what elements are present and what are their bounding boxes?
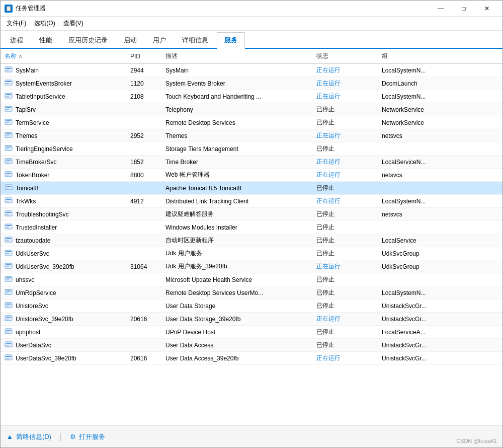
svg-rect-37: [6, 225, 11, 226]
service-icon: [5, 301, 13, 311]
svg-rect-4: [6, 81, 11, 82]
summary-button[interactable]: ▲ 简略信息(D): [7, 432, 51, 441]
row-desc: Storage Tiers Management: [165, 145, 316, 153]
row-group: NetworkService: [382, 119, 472, 126]
row-desc: Themes: [165, 132, 316, 139]
table-row[interactable]: UnistoreSvc_39e20fb 20616 User Data Stor…: [1, 313, 502, 326]
svg-rect-59: [6, 319, 9, 320]
tab-process[interactable]: 进程: [3, 32, 31, 48]
col-name[interactable]: 名称 ∧: [5, 52, 130, 60]
row-name: TieringEngineService: [5, 144, 130, 154]
table-row[interactable]: tzautoupdate 自动时区更新程序 已停止 LocalService: [1, 234, 502, 247]
svg-rect-1: [6, 68, 11, 69]
table-row[interactable]: UdkUserSvc Udk 用户服务 已停止 UdkSvcGroup: [1, 247, 502, 260]
maximize-button[interactable]: □: [452, 1, 475, 17]
row-desc: Distributed Link Tracking Client: [165, 198, 316, 205]
menu-file[interactable]: 文件(F): [3, 18, 30, 29]
row-status: 已停止: [316, 184, 382, 192]
row-status: 正在运行: [316, 158, 382, 166]
row-group: LocalSystemN...: [382, 93, 472, 100]
row-status: 已停止: [316, 144, 382, 153]
menu-view[interactable]: 查看(V): [59, 18, 88, 29]
svg-rect-7: [6, 94, 11, 95]
table-row[interactable]: TimeBrokerSvc 1852 Time Broker 正在运行 Loca…: [1, 156, 502, 169]
svg-rect-46: [6, 264, 11, 265]
service-icon: [5, 288, 13, 297]
table-row[interactable]: upnphost UPnP Device Host 已停止 LocalServi…: [1, 326, 502, 339]
col-status[interactable]: 状态: [316, 52, 382, 60]
svg-rect-51: [5, 289, 12, 294]
row-group: LocalServiceN...: [382, 159, 472, 166]
table-body[interactable]: SysMain 2944 SysMain 正在运行 LocalSystemN..…: [1, 64, 502, 425]
svg-rect-20: [6, 148, 9, 150]
row-group: LocalService: [382, 237, 472, 244]
close-button[interactable]: ✕: [475, 1, 498, 17]
table-row[interactable]: SysMain 2944 SysMain 正在运行 LocalSystemN..…: [1, 64, 502, 77]
service-icon: [5, 170, 13, 180]
table-row[interactable]: TermService Remote Desktop Services 已停止 …: [1, 116, 502, 129]
table-row[interactable]: Tomcat8 Apache Tomcat 8.5 Tomcat8 已停止: [1, 182, 502, 195]
svg-rect-28: [6, 186, 11, 187]
service-icon: [5, 196, 13, 206]
table-row[interactable]: SystemEventsBroker 1120 System Events Br…: [1, 77, 502, 90]
svg-rect-3: [5, 80, 12, 85]
row-name: UserDataSvc_39e20fb: [5, 353, 130, 363]
table-row[interactable]: TabletInputService 2108 Touch Keyboard a…: [1, 90, 502, 103]
row-status: 已停止: [316, 105, 382, 114]
col-group[interactable]: 组: [382, 52, 472, 60]
table-row[interactable]: TroubleshootingSvc 建议疑难解答服务 已停止 netsvcs: [1, 208, 502, 221]
table-row[interactable]: TieringEngineService Storage Tiers Manag…: [1, 142, 502, 156]
table-row[interactable]: uhssvc Microsoft Update Health Service 已…: [1, 273, 502, 286]
row-pid: 20616: [130, 355, 165, 362]
tab-performance[interactable]: 性能: [32, 32, 60, 48]
svg-rect-34: [6, 212, 11, 213]
tab-startup[interactable]: 启动: [116, 32, 144, 48]
table-row[interactable]: UnistoreSvc User Data Storage 已停止 Unista…: [1, 300, 502, 313]
svg-rect-53: [6, 292, 9, 293]
open-services-button[interactable]: ⚙ 打开服务: [70, 432, 105, 441]
col-desc[interactable]: 描述: [165, 52, 316, 60]
svg-rect-42: [5, 250, 12, 255]
tab-app-history[interactable]: 应用历史记录: [61, 32, 115, 48]
row-name: UmRdpService: [5, 288, 130, 297]
table-row[interactable]: TrkWks 4912 Distributed Link Tracking Cl…: [1, 195, 502, 208]
tab-services[interactable]: 服务: [217, 32, 245, 49]
tab-details[interactable]: 详细信息: [175, 32, 216, 48]
row-group: UnistackSvcGr...: [382, 342, 472, 349]
row-status: 正在运行: [316, 66, 382, 74]
row-desc: User Data Storage_39e20fb: [165, 316, 316, 323]
row-name: SystemEventsBroker: [5, 79, 130, 88]
row-desc: Touch Keyboard and Handwriting ...: [165, 93, 316, 100]
tab-users[interactable]: 用户: [145, 32, 174, 48]
row-group: LocalSystemN...: [382, 198, 472, 205]
row-status: 正在运行: [316, 79, 382, 88]
svg-rect-19: [6, 146, 11, 147]
row-name: TrustedInstaller: [5, 222, 130, 232]
table-row[interactable]: TapiSrv Telephony 已停止 NetworkService: [1, 103, 502, 116]
row-name: UnistoreSvc_39e20fb: [5, 314, 130, 324]
menu-options[interactable]: 选项(O): [30, 18, 59, 29]
row-status: 已停止: [316, 249, 382, 258]
row-status: 正在运行: [316, 131, 382, 140]
row-status: 正在运行: [316, 171, 382, 179]
col-pid[interactable]: PID: [130, 52, 165, 60]
row-group: UnistackSvcGr...: [382, 355, 472, 362]
table-row[interactable]: TokenBroker 8800 Web 帐户管理器 正在运行 netsvcs: [1, 169, 502, 182]
table-row[interactable]: UserDataSvc_39e20fb 20616 User Data Acce…: [1, 352, 502, 365]
svg-rect-0: [5, 67, 12, 72]
svg-rect-39: [5, 237, 12, 242]
svg-rect-36: [5, 224, 12, 229]
sort-arrow-icon: ∧: [19, 53, 22, 59]
minimize-button[interactable]: —: [429, 1, 452, 17]
svg-rect-14: [6, 122, 9, 123]
table-row[interactable]: UmRdpService Remote Desktop Services Use…: [1, 286, 502, 300]
table-row[interactable]: Themes 2952 Themes 正在运行 netsvcs: [1, 129, 502, 142]
row-status: 已停止: [316, 341, 382, 349]
row-name: UserDataSvc: [5, 340, 130, 350]
row-desc: System Events Broker: [165, 80, 316, 87]
svg-rect-31: [6, 199, 11, 200]
table-row[interactable]: TrustedInstaller Windows Modules Install…: [1, 221, 502, 234]
table-row[interactable]: UdkUserSvc_39e20fb 31064 Udk 用户服务_39e20f…: [1, 260, 502, 273]
table-row[interactable]: UserDataSvc User Data Access 已停止 Unistac…: [1, 339, 502, 352]
row-desc: Remote Desktop Services UserMo...: [165, 289, 316, 296]
